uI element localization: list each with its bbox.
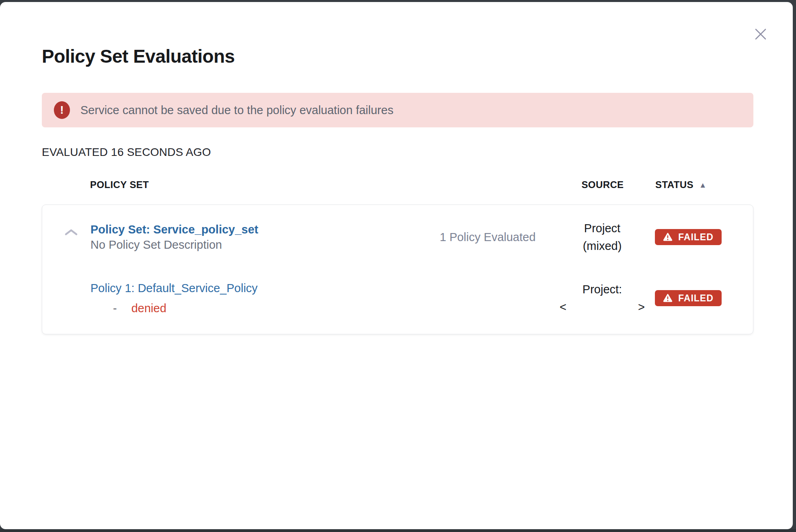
status-badge-label: FAILED [678, 293, 714, 303]
source-line-2: (mixed) [552, 237, 652, 255]
sort-ascending-icon: ▲ [699, 181, 707, 189]
modal-title: Policy Set Evaluations [42, 45, 753, 67]
table-header-row: POLICY SET SOURCE STATUS ▲ [42, 178, 753, 191]
source-line-2: < > [560, 298, 645, 316]
source-line-1: Project [552, 219, 652, 237]
status-header-label: STATUS [655, 179, 693, 190]
status-badge-failed: FAILED [655, 290, 722, 306]
close-icon [753, 27, 768, 42]
status-badge-label: FAILED [678, 232, 714, 242]
policy-set-link[interactable]: Policy Set: Service_policy_set [90, 222, 258, 237]
policies-evaluated-count: 1 Policy Evaluated [423, 231, 552, 244]
column-header-status[interactable]: STATUS ▲ [653, 179, 753, 190]
column-header-source: SOURCE [552, 179, 653, 190]
angle-close: > [638, 298, 645, 316]
error-alert-message: Service cannot be saved due to the polic… [80, 104, 394, 117]
policy-row: Policy 1: Default_Service_Policy - denie… [42, 264, 753, 334]
source-line-1: Project: [552, 280, 652, 298]
error-alert-banner: ! Service cannot be saved due to the pol… [42, 93, 753, 127]
policy-result-denied: denied [131, 302, 166, 315]
status-badge-failed: FAILED [655, 229, 722, 245]
evaluated-timestamp: EVALUATED 16 SECONDS AGO [42, 146, 753, 158]
window-bottom-edge [0, 529, 796, 532]
policy-link[interactable]: Policy 1: Default_Service_Policy [90, 280, 258, 296]
warning-triangle-icon [663, 233, 673, 241]
policy-set-description: No Policy Set Description [90, 237, 423, 252]
policy-set-row: Policy Set: Service_policy_set No Policy… [42, 205, 753, 264]
column-header-policy-set: POLICY SET [42, 179, 424, 190]
policy-result-line: - denied [90, 301, 423, 316]
policy-source: Project: < > [552, 280, 652, 316]
chevron-up-icon [64, 228, 78, 237]
collapse-row-button[interactable] [63, 227, 79, 238]
policy-set-source: Project (mixed) [552, 219, 652, 255]
close-button[interactable] [752, 25, 769, 43]
policy-set-evaluations-modal: Policy Set Evaluations ! Service cannot … [0, 2, 793, 529]
angle-open: < [560, 298, 566, 316]
error-circle-icon: ! [54, 101, 70, 119]
result-dash: - [113, 302, 117, 315]
policy-set-evaluation-card: Policy Set: Service_policy_set No Policy… [42, 205, 753, 334]
screen-background: Policy Set Evaluations ! Service cannot … [0, 0, 796, 532]
warning-triangle-icon [663, 294, 673, 303]
